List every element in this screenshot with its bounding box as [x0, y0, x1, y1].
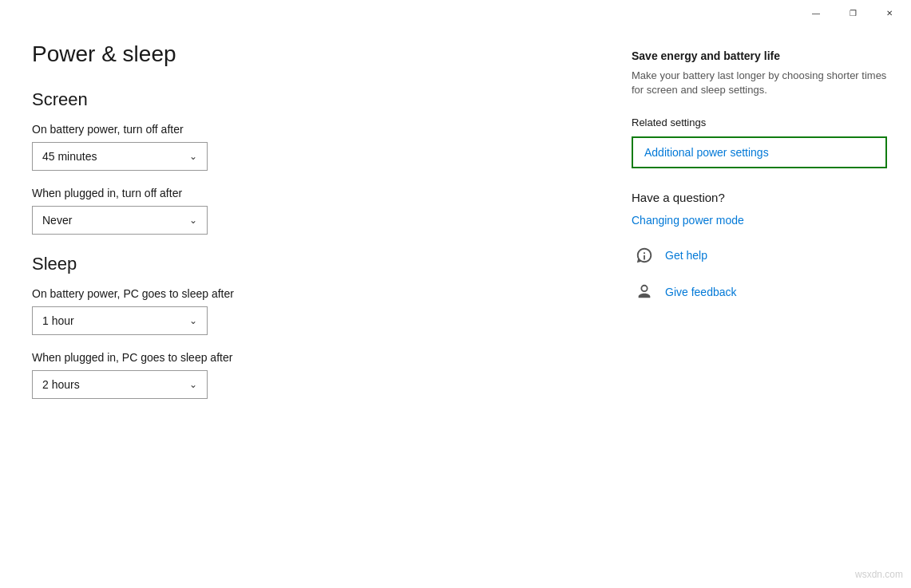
battery-screen-value: 45 minutes	[42, 150, 97, 163]
related-settings-section: Related settings Additional power settin…	[632, 116, 887, 168]
give-feedback-link[interactable]: Give feedback	[665, 286, 737, 298]
additional-power-settings-link[interactable]: Additional power settings	[632, 136, 887, 168]
page-title: Power & sleep	[32, 41, 576, 67]
sleep-section: Sleep On battery power, PC goes to sleep…	[32, 254, 576, 399]
related-settings-label: Related settings	[632, 116, 887, 128]
plugged-screen-dropdown[interactable]: Never ⌄	[32, 206, 208, 235]
save-energy-title: Save energy and battery life	[632, 49, 887, 62]
battery-sleep-value: 1 hour	[42, 314, 74, 327]
get-help-icon	[632, 243, 657, 268]
battery-screen-arrow-icon: ⌄	[189, 151, 197, 162]
watermark: wsxdn.com	[855, 569, 903, 580]
plugged-screen-label: When plugged in, turn off after	[32, 187, 576, 199]
changing-power-mode-link[interactable]: Changing power mode	[632, 214, 887, 227]
give-feedback-item[interactable]: Give feedback	[632, 279, 887, 305]
battery-screen-dropdown[interactable]: 45 minutes ⌄	[32, 142, 208, 171]
save-energy-section: Save energy and battery life Make your b…	[632, 49, 887, 97]
title-bar: — ❐ ✕	[0, 0, 911, 26]
minimize-button[interactable]: —	[798, 0, 834, 26]
settings-window: — ❐ ✕ Power & sleep Screen On battery po…	[0, 0, 911, 588]
right-panel: Save energy and battery life Make your b…	[608, 26, 911, 588]
plugged-sleep-dropdown[interactable]: 2 hours ⌄	[32, 370, 208, 399]
give-feedback-icon	[632, 279, 657, 305]
get-help-link[interactable]: Get help	[665, 249, 707, 262]
left-panel: Power & sleep Screen On battery power, t…	[0, 26, 608, 588]
plugged-sleep-label: When plugged in, PC goes to sleep after	[32, 351, 576, 364]
screen-section: Screen On battery power, turn off after …	[32, 89, 576, 235]
close-button[interactable]: ✕	[871, 0, 908, 26]
get-help-item[interactable]: Get help	[632, 243, 887, 268]
battery-sleep-dropdown[interactable]: 1 hour ⌄	[32, 306, 208, 335]
plugged-screen-value: Never	[42, 214, 72, 227]
have-question-section: Have a question? Changing power mode	[632, 191, 887, 227]
plugged-sleep-value: 2 hours	[42, 378, 80, 391]
save-energy-text: Make your battery last longer by choosin…	[632, 69, 887, 97]
plugged-sleep-arrow-icon: ⌄	[189, 379, 197, 390]
battery-sleep-arrow-icon: ⌄	[189, 315, 197, 326]
content-area: Power & sleep Screen On battery power, t…	[0, 26, 911, 588]
have-question-heading: Have a question?	[632, 191, 887, 204]
battery-screen-label: On battery power, turn off after	[32, 123, 576, 136]
sleep-section-title: Sleep	[32, 254, 576, 274]
plugged-screen-arrow-icon: ⌄	[189, 215, 197, 226]
maximize-button[interactable]: ❐	[834, 0, 871, 26]
battery-sleep-label: On battery power, PC goes to sleep after	[32, 287, 576, 300]
screen-section-title: Screen	[32, 89, 576, 110]
